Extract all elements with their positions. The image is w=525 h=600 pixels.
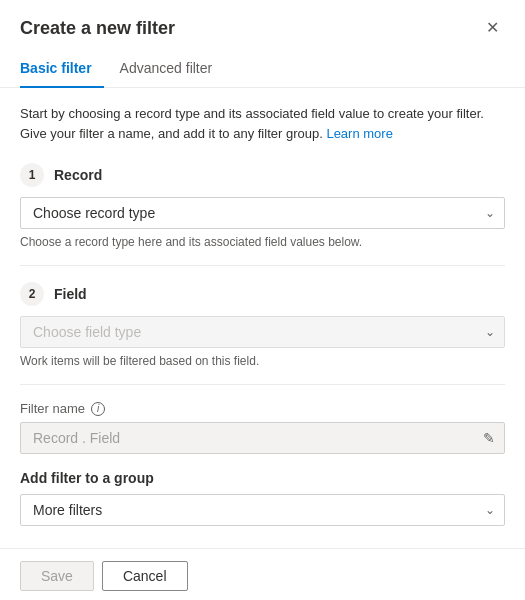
record-type-select[interactable]: Choose record type bbox=[20, 197, 505, 229]
tab-basic[interactable]: Basic filter bbox=[20, 52, 104, 88]
tab-bar: Basic filter Advanced filter bbox=[0, 44, 525, 88]
dialog-body: Start by choosing a record type and its … bbox=[0, 88, 525, 548]
filter-name-info-icon: i bbox=[91, 402, 105, 416]
filter-name-section: Filter name i ✎ bbox=[20, 401, 505, 454]
description-content: Start by choosing a record type and its … bbox=[20, 106, 484, 141]
filter-name-input-wrapper: ✎ bbox=[20, 422, 505, 454]
section-divider-1 bbox=[20, 265, 505, 266]
field-section: 2 Field Choose field type ⌄ Work items w… bbox=[20, 282, 505, 368]
create-filter-dialog: Create a new filter ✕ Basic filter Advan… bbox=[0, 0, 525, 600]
filter-group-select-wrapper: More filters ⌄ bbox=[20, 494, 505, 526]
record-section: 1 Record Choose record type ⌄ Choose a r… bbox=[20, 163, 505, 249]
add-filter-group-section: Add filter to a group More filters ⌄ bbox=[20, 470, 505, 526]
filter-name-label-text: Filter name bbox=[20, 401, 85, 416]
field-type-select[interactable]: Choose field type bbox=[20, 316, 505, 348]
section-divider-2 bbox=[20, 384, 505, 385]
edit-filter-name-icon[interactable]: ✎ bbox=[483, 430, 495, 446]
field-type-hint: Work items will be filtered based on thi… bbox=[20, 354, 505, 368]
description-text: Start by choosing a record type and its … bbox=[20, 104, 505, 143]
add-filter-group-label: Add filter to a group bbox=[20, 470, 505, 486]
close-button[interactable]: ✕ bbox=[480, 16, 505, 40]
dialog-footer: Save Cancel bbox=[0, 548, 525, 600]
filter-name-input[interactable] bbox=[20, 422, 505, 454]
dialog-title: Create a new filter bbox=[20, 18, 175, 39]
field-section-header: 2 Field bbox=[20, 282, 505, 306]
tab-advanced[interactable]: Advanced filter bbox=[120, 52, 225, 88]
filter-group-select[interactable]: More filters bbox=[20, 494, 505, 526]
save-button[interactable]: Save bbox=[20, 561, 94, 591]
record-type-select-wrapper: Choose record type ⌄ bbox=[20, 197, 505, 229]
step-1-circle: 1 bbox=[20, 163, 44, 187]
record-section-title: Record bbox=[54, 167, 102, 183]
cancel-button[interactable]: Cancel bbox=[102, 561, 188, 591]
step-2-circle: 2 bbox=[20, 282, 44, 306]
learn-more-link[interactable]: Learn more bbox=[326, 126, 392, 141]
filter-name-label-row: Filter name i bbox=[20, 401, 505, 416]
dialog-header: Create a new filter ✕ bbox=[0, 0, 525, 40]
record-type-hint: Choose a record type here and its associ… bbox=[20, 235, 505, 249]
field-section-title: Field bbox=[54, 286, 87, 302]
field-type-select-wrapper: Choose field type ⌄ bbox=[20, 316, 505, 348]
record-section-header: 1 Record bbox=[20, 163, 505, 187]
